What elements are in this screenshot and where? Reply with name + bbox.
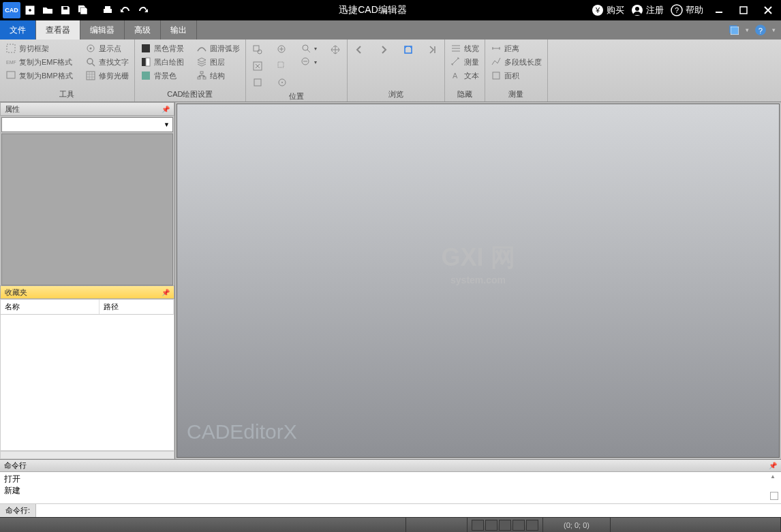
col-path[interactable]: 路径 <box>99 300 174 314</box>
zoom-center-icon[interactable] <box>275 75 290 90</box>
svg-point-19 <box>89 48 91 50</box>
tab-viewer[interactable]: 查看器 <box>36 20 80 40</box>
pan-icon[interactable] <box>328 42 343 57</box>
svg-rect-41 <box>493 72 500 79</box>
properties-dropdown[interactable]: ▼ <box>1 117 173 132</box>
close-button[interactable] <box>759 1 777 19</box>
svg-rect-23 <box>142 58 146 66</box>
zoom-out-icon[interactable]: ▾ <box>299 56 318 68</box>
distance-button[interactable]: 距离 <box>489 42 543 54</box>
structure-button[interactable]: 结构 <box>195 69 241 82</box>
tab-output[interactable]: 输出 <box>161 20 197 40</box>
commandline-header[interactable]: 命令行📌 <box>0 460 781 472</box>
properties-panel-header[interactable]: 属性📌 <box>0 102 174 116</box>
svg-rect-2 <box>104 9 112 13</box>
svg-rect-22 <box>142 44 150 52</box>
register-button[interactable]: 注册 <box>631 4 664 16</box>
black-bg-button[interactable]: 黑色背景 <box>139 42 185 54</box>
svg-rect-24 <box>146 58 150 66</box>
tab-advanced[interactable]: 高级 <box>125 20 161 40</box>
ortho-icon[interactable] <box>499 520 511 531</box>
undo-icon[interactable] <box>117 2 134 18</box>
buy-button[interactable]: ¥ 购买 <box>592 4 624 16</box>
copy-emf-button[interactable]: EMF复制为EMF格式 <box>4 56 74 68</box>
main-area: 属性📌 ▼ 收藏夹📌 名称 路径 GXI 网 system.com CADEdi… <box>0 102 781 459</box>
watermark: GXI 网 system.com <box>441 241 515 285</box>
svg-rect-32 <box>254 79 261 86</box>
polar-icon[interactable] <box>512 520 525 531</box>
status-coordinates: (0; 0; 0) <box>543 518 611 532</box>
commandline-history: 打开 新建 ▲ <box>0 472 781 503</box>
favorites-panel-header[interactable]: 收藏夹📌 <box>0 285 174 299</box>
pin-icon[interactable]: 📌 <box>769 462 777 469</box>
nav-home-icon[interactable] <box>401 42 416 57</box>
print-icon[interactable] <box>99 2 116 18</box>
svg-rect-3 <box>105 6 110 9</box>
favorites-scrollbar[interactable] <box>0 451 174 459</box>
drawing-canvas[interactable]: GXI 网 system.com CADEditorX <box>177 104 780 458</box>
show-point-button[interactable]: 显示点 <box>84 42 130 54</box>
save-icon[interactable] <box>57 2 74 18</box>
layer-button[interactable]: 图层 <box>195 56 241 68</box>
new-icon[interactable] <box>22 2 38 18</box>
lineweight-button[interactable]: 线宽 <box>449 42 480 54</box>
bw-draw-button[interactable]: 黑白绘图 <box>139 56 185 68</box>
zoom-dropdown-1[interactable]: ▾ <box>299 42 318 54</box>
zoom-extents-icon[interactable] <box>250 59 265 74</box>
group-label-measure: 测量 <box>489 88 543 101</box>
commandline-panel: 命令行📌 打开 新建 ▲ 命令行: <box>0 459 781 517</box>
saveall-icon[interactable] <box>75 2 91 18</box>
commandline-input[interactable] <box>36 507 781 515</box>
maximize-button[interactable] <box>735 1 752 19</box>
minimize-button[interactable] <box>710 1 728 19</box>
grid-icon[interactable] <box>485 520 497 531</box>
window-icon[interactable] <box>728 24 740 36</box>
nav-last-icon[interactable] <box>425 42 440 57</box>
svg-rect-27 <box>198 77 200 79</box>
svg-rect-1 <box>63 7 67 10</box>
tab-file[interactable]: 文件 <box>0 20 36 40</box>
nav-back-icon[interactable] <box>352 42 367 57</box>
ribbon: 剪切框架 EMF复制为EMF格式 复制为BMP格式 显示点 查找文字 修剪光栅 … <box>0 40 781 102</box>
ribbon-group-tools: 剪切框架 EMF复制为EMF格式 复制为BMP格式 显示点 查找文字 修剪光栅 … <box>0 40 135 101</box>
smooth-arc-button[interactable]: 圆滑弧形 <box>195 42 241 54</box>
status-mode-icons <box>468 518 543 532</box>
zoom-window-icon[interactable] <box>250 42 265 57</box>
svg-rect-12 <box>731 27 739 35</box>
group-label-cad-settings: CAD绘图设置 <box>139 88 241 101</box>
app-title: 迅捷CAD编辑器 <box>154 4 592 16</box>
area-button[interactable]: 面积 <box>489 69 543 82</box>
ribbon-group-hide: 线宽 测量 A文本 隐藏 <box>445 40 485 101</box>
measure-toggle-button[interactable]: 测量 <box>449 56 480 68</box>
bg-color-button[interactable]: 背景色 <box>139 69 185 82</box>
col-name[interactable]: 名称 <box>1 300 99 314</box>
tab-editor[interactable]: 编辑器 <box>80 20 125 40</box>
zoom-in-icon[interactable] <box>275 42 290 57</box>
pin-icon[interactable]: 📌 <box>162 106 170 113</box>
svg-point-20 <box>87 59 93 64</box>
copy-bmp-button[interactable]: 复制为BMP格式 <box>4 69 74 82</box>
svg-rect-17 <box>7 72 15 78</box>
cut-frame-button[interactable]: 剪切框架 <box>4 42 74 54</box>
polyline-length-button[interactable]: 多段线长度 <box>489 56 543 68</box>
text-toggle-button[interactable]: A文本 <box>449 69 480 82</box>
favorites-body <box>0 315 174 451</box>
open-icon[interactable] <box>40 2 56 18</box>
svg-text:¥: ¥ <box>595 6 600 14</box>
osnap-icon[interactable] <box>526 520 538 531</box>
canvas-label: CADEditorX <box>187 420 297 443</box>
snap-icon[interactable] <box>472 520 484 531</box>
nav-forward-icon[interactable] <box>376 42 391 57</box>
zoom-all-icon[interactable] <box>250 75 265 90</box>
help-button[interactable]: ? 帮助 <box>671 4 703 16</box>
zoom-select-icon[interactable] <box>275 59 290 74</box>
svg-point-37 <box>303 45 308 50</box>
find-text-button[interactable]: 查找文字 <box>84 56 130 68</box>
help-icon[interactable]: ? <box>754 24 767 36</box>
favorites-columns: 名称 路径 <box>0 299 174 315</box>
fix-raster-button[interactable]: 修剪光栅 <box>84 69 130 82</box>
redo-icon[interactable] <box>135 2 151 18</box>
pin-icon[interactable]: 📌 <box>162 289 170 296</box>
svg-text:?: ? <box>759 27 763 35</box>
svg-point-7 <box>635 7 639 11</box>
